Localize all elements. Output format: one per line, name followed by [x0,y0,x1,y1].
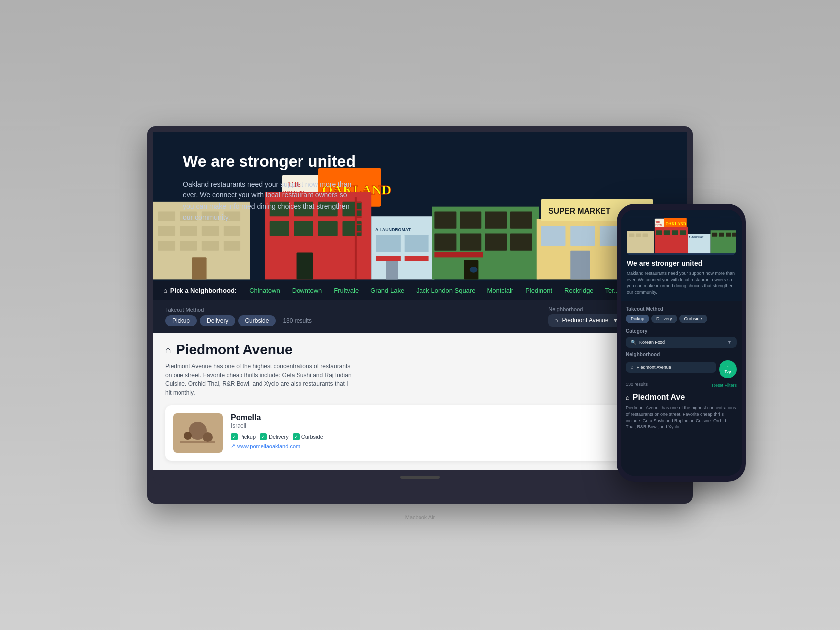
svg-rect-1 [158,212,175,222]
phone-results-count: 130 results [626,382,648,387]
nav-link-jacklondon[interactable]: Jack London Square [411,285,480,296]
restaurant-link[interactable]: ↗ www.pomellaoakland.com [231,443,667,449]
svg-rect-96 [719,233,724,237]
svg-text:A LAUNDROMAT: A LAUNDROMAT [689,237,704,239]
neighborhood-home-icon: ⌂ [554,317,558,324]
nav-link-montclair[interactable]: Montclair [482,285,518,296]
phone-screen: THE TOWN OAKLAND A LAUNDROMAT [621,210,742,476]
phone-neighborhood-dropdown[interactable]: ⌂ Piedmont Avenue [626,362,716,373]
restaurant-image [173,413,223,453]
svg-rect-50 [460,234,481,251]
svg-rect-53 [434,252,483,258]
svg-rect-39 [376,235,401,252]
phone-takeout-chips: Pickup Delivery Curbside [626,315,737,323]
results-count: 130 results [283,317,312,324]
svg-rect-9 [158,241,175,251]
top-button-arrow: ↑ [725,365,731,370]
svg-point-74 [203,432,213,442]
svg-rect-95 [712,233,717,237]
svg-rect-12 [224,241,240,251]
scene: We are stronger united Oakland restauran… [0,0,840,630]
nav-link-rockridge[interactable]: Rockridge [559,285,599,296]
svg-rect-7 [202,226,219,236]
chip-pickup[interactable]: Pickup [165,315,197,326]
filter-bar: Takeout Method Pickup Delivery Curbside … [153,300,687,333]
phone-neighborhood-desc: Piedmont Avenue has one of the highest c… [626,405,737,430]
phone-content: Takeout Method Pickup Delivery Curbside … [621,301,742,476]
svg-rect-36 [297,253,313,280]
service-delivery: ✓ Delivery [260,433,289,440]
phone-chip-curbside[interactable]: Curbside [679,315,707,323]
phone-category-label: Category [626,328,737,334]
svg-rect-6 [180,226,197,236]
svg-text:OAKLAND: OAKLAND [665,222,686,226]
nav-home: ⌂ Pick a Neighborhood: [163,287,237,294]
svg-rect-91 [680,230,686,235]
nav-links: Chinatown Downtown Fruitvale Grand Lake … [244,285,624,296]
svg-rect-28 [318,221,338,236]
svg-rect-90 [672,230,678,235]
nav-link-piedmont[interactable]: Piedmont [520,285,557,296]
nav-link-downtown[interactable]: Downtown [287,285,327,296]
svg-rect-42 [405,256,429,261]
restaurant-url: www.pomellaoakland.com [237,443,300,449]
neighborhood-description: Piedmont Avenue has one of the highest c… [165,362,354,397]
svg-rect-41 [376,256,401,261]
svg-rect-63 [570,251,590,280]
nav-link-fruitvale[interactable]: Fruitvale [329,285,363,296]
chip-curbside[interactable]: Curbside [238,315,276,326]
phone-neighborhood-heading-icon: ⌂ [626,394,630,401]
external-link-icon: ↗ [231,443,235,449]
svg-rect-40 [405,235,429,252]
svg-rect-98 [732,233,736,237]
svg-rect-8 [224,226,240,236]
laptop-base [153,470,687,485]
phone-neighborhood-value: Piedmont Avenue [636,365,671,370]
neighborhood-home-icon-content: ⌂ [165,344,171,356]
svg-rect-11 [202,241,219,251]
svg-rect-52 [510,234,532,251]
hero-description: Oakland restaurants need your support no… [183,179,352,223]
phone-chip-delivery[interactable]: Delivery [651,315,677,323]
phone-hero: THE TOWN OAKLAND A LAUNDROMAT [621,210,742,301]
phone-neighborhood-label: Neighborhood [626,352,737,357]
svg-rect-78 [636,233,641,237]
restaurant-cuisine: Israeli [231,422,667,429]
phone-category-value: Korean Food [639,340,665,345]
top-button-label: Top [725,370,731,374]
hero-section: We are stronger united Oakland restauran… [153,132,687,281]
svg-point-55 [470,267,478,273]
restaurant-name: Pomella [231,413,667,422]
phone-neighborhood-heading: ⌂ Piedmont Ave [626,393,737,402]
phone-category-dropdown[interactable]: 🔍 Korean Food ▼ [626,337,737,348]
restaurant-service-chips: ✓ Pickup ✓ Delivery ✓ Curbside [231,433,667,440]
phone-hero-desc: Oakland restaurants need your support no… [627,270,736,295]
phone-category-arrow: ▼ [727,340,732,345]
svg-rect-88 [656,230,662,235]
neighborhood-filter-label: Neighborhood [548,306,624,312]
takeout-label: Takeout Method [165,307,312,313]
nav-link-grandlake[interactable]: Grand Lake [365,285,409,296]
hero-title: We are stronger united [183,152,657,171]
nav-link-chinatown[interactable]: Chinatown [244,285,285,296]
laptop-screen: We are stronger united Oakland restauran… [153,132,687,470]
nav-bar: ⌂ Pick a Neighborhood: Chinatown Downtow… [153,281,687,300]
phone-top-button[interactable]: ↑ Top [719,360,737,378]
phone-neighborhood-home-icon: ⌂ [631,365,633,370]
svg-rect-59 [541,226,566,246]
service-pickup: ✓ Pickup [231,433,256,440]
service-curbside: ✓ Curbside [293,433,323,440]
svg-rect-60 [570,226,595,246]
takeout-chips: Pickup Delivery Curbside 130 results [165,315,312,326]
svg-rect-77 [629,233,635,237]
laptop-notch [400,476,440,479]
neighborhood-value: Piedmont Avenue [562,317,609,324]
svg-text:THE: THE [656,221,660,223]
phone-hero-title: We are stronger united [627,259,736,267]
phone-chip-pickup[interactable]: Pickup [626,315,649,323]
svg-point-73 [184,432,192,440]
phone-reset-filters[interactable]: Reset Filters [712,383,737,388]
chip-delivery[interactable]: Delivery [200,315,235,326]
neighborhood-dropdown[interactable]: ⌂ Piedmont Avenue ▼ [548,314,624,327]
neighborhood-heading: Piedmont Avenue [176,342,292,358]
